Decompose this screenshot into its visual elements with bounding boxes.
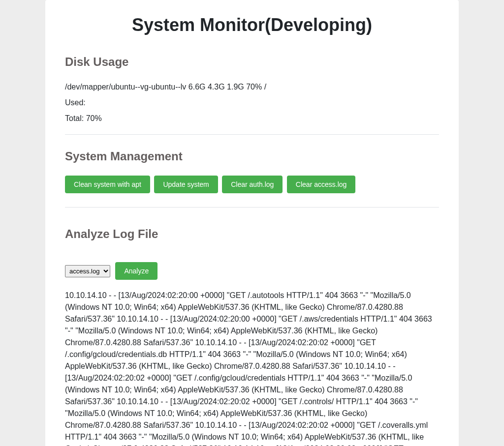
disk-used-label: Used: <box>65 97 439 109</box>
system-management-section: System Management Clean system with apt … <box>65 149 439 197</box>
log-file-select[interactable]: access.log <box>65 265 110 277</box>
disk-usage-line: /dev/mapper/ubuntu--vg-ubuntu--lv 6.6G 4… <box>65 81 439 93</box>
clear-auth-log-button[interactable]: Clear auth.log <box>222 176 283 193</box>
disk-usage-heading: Disk Usage <box>65 55 439 69</box>
main-container: System Monitor(Developing) Disk Usage /d… <box>45 0 459 446</box>
disk-usage-section: Disk Usage /dev/mapper/ubuntu--vg-ubuntu… <box>65 55 439 124</box>
divider <box>65 207 439 208</box>
update-system-button[interactable]: Update system <box>154 176 218 193</box>
clear-access-log-button[interactable]: Clear access.log <box>287 176 356 193</box>
log-output-text: 10.10.14.10 - - [13/Aug/2024:02:20:00 +0… <box>65 290 439 446</box>
analyze-controls-row: access.log Analyze <box>65 262 439 284</box>
disk-total-label: Total: 70% <box>65 113 439 124</box>
analyze-log-section: Analyze Log File access.log Analyze 10.1… <box>65 227 439 446</box>
clean-system-button[interactable]: Clean system with apt <box>65 176 150 193</box>
page-title: System Monitor(Developing) <box>65 15 439 35</box>
analyze-heading: Analyze Log File <box>65 227 439 241</box>
system-management-heading: System Management <box>65 149 439 163</box>
divider <box>65 134 439 135</box>
analyze-button[interactable]: Analyze <box>115 262 158 280</box>
system-buttons-row: Clean system with apt Update system Clea… <box>65 176 439 197</box>
